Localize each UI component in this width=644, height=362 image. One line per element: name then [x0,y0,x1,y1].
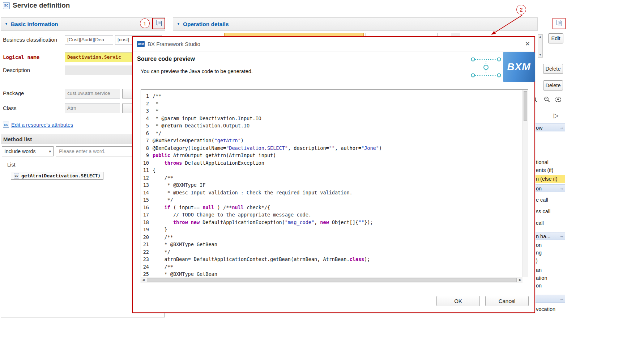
ok-button[interactable]: OK [436,296,480,306]
code-line: 8@BxmCategory(logicalName="Deactivation.… [141,144,523,152]
palette-item[interactable]: ⇔ [536,295,565,303]
code-text: throw new DefaultApplicationException("m… [153,219,373,226]
code-line: 12 /** [141,174,523,182]
filter-dropdown-value: Include words [4,148,35,154]
line-number: 15 [141,196,153,204]
code-line: 18 throw new DefaultApplicationException… [141,219,523,226]
method-list-title: Method list [3,136,32,142]
scroll-right-icon[interactable]: ▶ [519,278,521,282]
collapse-caret-icon[interactable]: ▼ [5,22,8,26]
line-number: 14 [141,189,153,197]
code-text: /** [153,174,173,182]
code-text: /** [153,92,161,100]
palette-item-label: call [536,220,544,226]
palette-item-label: e call [536,197,548,203]
code-text: * @return Deactivation.Output.IO [153,122,250,130]
circuit-decoration [470,56,503,80]
page-title-row: SC Service definition [3,1,70,9]
palette-item[interactable]: an [536,266,565,274]
line-number: 22 [141,248,153,256]
dialog-titlebar[interactable]: BXM BX Framework Studio ✕ [133,37,534,51]
line-number: 23 [141,256,153,263]
code-line: 16 if ( input== null ) /**null check*/{ [141,204,523,211]
palette-item[interactable]: on [536,282,565,290]
expand-icon[interactable]: ⇔ [559,295,564,303]
line-number: 16 [141,204,153,211]
palette-item-label: vocation [536,306,555,312]
chevron-down-icon: ▾ [49,149,51,154]
close-icon[interactable]: ✕ [525,40,530,48]
code-text: */ [153,248,170,256]
code-text: public AtrnOutput getAtrn(AtrnInput inpu… [153,152,276,159]
annotation-box-2 [553,18,566,29]
code-text: * @Desc Input validation : Check the req… [153,189,353,197]
palette-item[interactable]: ) [536,257,565,265]
code-line: 2 * [141,100,523,108]
palette-item[interactable]: ng [536,249,565,257]
palette-item-label: ng [536,250,542,256]
palette-item[interactable]: call [536,219,565,227]
code-text: * @param input Deactivation.Input.IO [153,115,261,122]
code-line: 14 * @Desc Input validation : Check the … [141,189,523,197]
expand-icon[interactable]: ⇔ [559,232,564,240]
palette-item[interactable]: n (else if) [536,175,565,183]
palette-item[interactable]: ents (if) [536,166,565,174]
palette-item[interactable]: ation [536,274,565,282]
source-preview-icon[interactable] [556,20,563,28]
description-label: Description [3,67,30,73]
line-number: 25 [141,270,153,277]
palette-item-label: on [536,242,542,248]
hscroll-thumb[interactable] [147,278,517,282]
line-number: 8 [141,144,153,152]
line-number: 13 [141,181,153,189]
dialog-title: Source code preview [137,56,195,62]
vscroll-thumb[interactable] [524,91,527,121]
line-number: 4 [141,115,153,122]
method-list-item[interactable]: SD getAtrn(Deactivation.SELECT) [11,172,103,180]
palette-item[interactable]: vocation [536,305,565,313]
palette-item-label: ss call [536,209,550,214]
class-field[interactable]: Atrn [65,104,120,113]
package-field[interactable]: cust.uw.atrn.service [65,89,120,98]
collapse-caret-icon[interactable]: ▼ [177,22,180,26]
line-number: 21 [141,241,153,248]
palette-item[interactable]: ss call [536,207,565,215]
expand-icon[interactable]: ⇔ [559,185,564,192]
operation-details-header[interactable]: ▼ Operation details [173,17,538,31]
filter-dropdown[interactable]: Include words ▾ [2,146,54,156]
line-number: 24 [141,263,153,271]
business-classification-field-1[interactable]: [Cust][Audit][Dea [65,35,113,45]
package-browse-button[interactable] [122,89,132,98]
palette-item[interactable]: e call [536,196,565,204]
cancel-button[interactable]: Cancel [485,296,529,306]
code-text: /** [153,263,173,271]
line-number: 9 [141,152,153,159]
code-line: 11{ [141,167,523,174]
line-number: 18 [141,219,153,226]
code-line: 3 * [141,107,523,115]
code-text: */ [153,130,161,137]
class-browse-button[interactable] [122,104,132,113]
palette-item[interactable]: on⇔ [536,184,565,192]
palette-item-label: on [536,186,542,191]
line-number: 1 [141,92,153,100]
palette-item[interactable]: ow⇔ [536,123,565,131]
palette-item[interactable]: on [536,241,565,249]
code-vertical-scrollbar[interactable] [523,90,528,277]
code-line: 15 */ [141,196,523,204]
line-number: 10 [141,159,153,167]
code-line: 19 } [141,226,523,233]
code-horizontal-scrollbar[interactable]: ◀ ▶ [141,277,523,283]
method-list-item-label: getAtrn(Deactivation.SELECT) [21,173,101,178]
source-preview-icon[interactable] [155,20,162,28]
edit-attributes-row: SC Edit a resource's attributes [3,122,73,128]
palette-item[interactable]: n ha...⇔ [536,232,565,240]
line-number: 17 [141,211,153,219]
code-lines: 1/**2 *3 *4 * @param input Deactivation.… [141,90,523,277]
line-number: 19 [141,226,153,233]
palette-item[interactable]: tional [536,158,565,166]
scroll-left-icon[interactable]: ◀ [142,278,145,282]
code-text: * @BXMType GetBean [153,270,217,277]
edit-attributes-link[interactable]: Edit a resource's attributes [11,122,73,128]
expand-icon[interactable]: ⇔ [559,124,564,131]
